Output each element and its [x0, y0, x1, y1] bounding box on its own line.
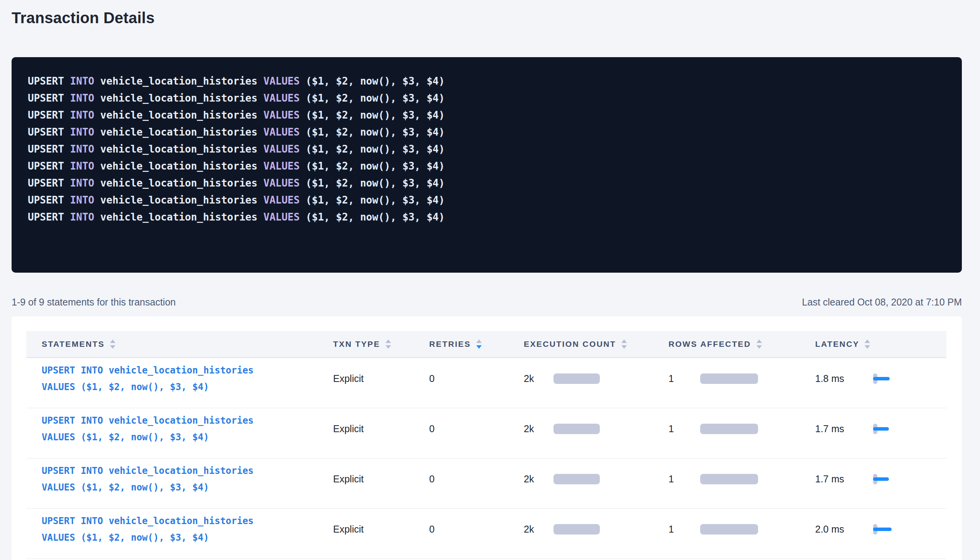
latency-value: 2.0 ms	[815, 524, 873, 535]
execution-count-bar	[553, 524, 600, 535]
latency-cell: 1.8 ms	[815, 358, 946, 400]
statements-table: StatementsTxn TypeRetriesExecution Count…	[26, 331, 946, 559]
txn-type-cell: Explicit	[333, 509, 429, 550]
rows-affected-cell: 1	[669, 509, 815, 550]
sql-text: vehicle_location_histories	[100, 194, 264, 206]
sql-keyword: VALUES	[264, 92, 306, 104]
statement-cell: UPSERT INTO vehicle_location_historiesVA…	[26, 408, 333, 450]
sql-keyword: INTO	[70, 194, 100, 206]
rows-affected-cell: 1	[669, 458, 815, 500]
execution-count-value: 2k	[524, 373, 553, 384]
sql-code: UPSERT INTO vehicle_location_histories V…	[28, 73, 946, 226]
execution-count-value: 2k	[524, 524, 553, 535]
statements-table-panel: StatementsTxn TypeRetriesExecution Count…	[12, 316, 962, 560]
sql-statement-line: UPSERT INTO vehicle_location_histories V…	[28, 107, 946, 124]
column-label: Retries	[429, 339, 471, 349]
column-header-rows-affected[interactable]: Rows Affected	[669, 331, 815, 357]
sort-arrows-icon	[476, 339, 482, 349]
sql-keyword: INTO	[70, 92, 100, 104]
sql-text: ($1, $2, now(), $3, $4)	[306, 194, 445, 206]
sql-statement-line: UPSERT INTO vehicle_location_histories V…	[28, 209, 946, 226]
sql-statement-line: UPSERT INTO vehicle_location_histories V…	[28, 73, 946, 90]
execution-count-bar	[553, 373, 600, 384]
statement-link[interactable]: UPSERT INTO vehicle_location_historiesVA…	[42, 362, 254, 395]
sql-text: vehicle_location_histories	[100, 211, 264, 223]
statement-line-2: VALUES ($1, $2, now(), $3, $4)	[42, 379, 254, 395]
latency-value: 1.7 ms	[815, 473, 873, 485]
latency-bar	[873, 377, 890, 380]
statement-cell: UPSERT INTO vehicle_location_historiesVA…	[26, 358, 333, 400]
txn-type-cell: Explicit	[333, 408, 429, 450]
sql-text: vehicle_location_histories	[100, 92, 264, 104]
sql-keyword: VALUES	[264, 126, 306, 138]
sql-keyword: INTO	[70, 177, 100, 189]
execution-count-cell: 2k	[524, 509, 669, 550]
sql-keyword: VALUES	[264, 143, 306, 155]
statement-link[interactable]: UPSERT INTO vehicle_location_historiesVA…	[42, 513, 254, 546]
sort-desc-icon	[621, 345, 627, 349]
rows-affected-value: 1	[669, 473, 700, 485]
column-header-retries[interactable]: Retries	[429, 331, 524, 357]
sort-desc-icon	[386, 345, 391, 349]
latency-bar-chart	[873, 373, 900, 384]
sql-text: vehicle_location_histories	[100, 75, 264, 87]
statement-line-1: UPSERT INTO vehicle_location_histories	[42, 513, 254, 529]
sql-keyword: INTO	[70, 211, 100, 223]
rows-affected-bar	[700, 373, 758, 384]
sql-text: vehicle_location_histories	[100, 109, 264, 121]
sql-statement-line: UPSERT INTO vehicle_location_histories V…	[28, 192, 946, 209]
sql-keyword: INTO	[70, 75, 100, 87]
execution-count-cell: 2k	[524, 458, 669, 500]
execution-count-bar	[553, 424, 600, 434]
latency-cell: 2.0 ms	[815, 509, 946, 550]
sql-text: ($1, $2, now(), $3, $4)	[306, 92, 445, 104]
rows-affected-bar	[700, 524, 758, 535]
sql-keyword: INTO	[70, 126, 100, 138]
retries-cell: 0	[429, 408, 524, 450]
sort-asc-icon	[110, 339, 115, 343]
execution-count-value: 2k	[524, 423, 553, 434]
execution-count-bar	[553, 474, 600, 484]
sort-asc-icon	[865, 339, 870, 343]
sql-text: vehicle_location_histories	[100, 126, 264, 138]
statement-link[interactable]: UPSERT INTO vehicle_location_historiesVA…	[42, 463, 254, 496]
sql-text: UPSERT	[28, 177, 70, 189]
sql-text: vehicle_location_histories	[100, 143, 264, 155]
rows-affected-cell: 1	[669, 358, 815, 400]
sql-text: ($1, $2, now(), $3, $4)	[306, 211, 445, 223]
latency-bar	[873, 427, 889, 431]
table-header-row: StatementsTxn TypeRetriesExecution Count…	[26, 331, 946, 358]
rows-affected-value: 1	[669, 423, 700, 434]
sql-keyword: INTO	[70, 109, 100, 121]
latency-bar-chart	[873, 424, 900, 434]
last-cleared-text: Last cleared Oct 08, 2020 at 7:10 PM	[802, 297, 962, 308]
statements-count-text: 1-9 of 9 statements for this transaction	[12, 297, 176, 308]
sort-desc-icon	[110, 345, 115, 349]
sql-text: ($1, $2, now(), $3, $4)	[306, 109, 445, 121]
column-header-statements[interactable]: Statements	[26, 331, 333, 357]
latency-bar-chart	[873, 524, 900, 535]
sql-text: UPSERT	[28, 75, 70, 87]
column-label: Rows Affected	[669, 339, 751, 349]
sort-arrows-icon	[757, 339, 762, 349]
column-header-latency[interactable]: Latency	[815, 331, 946, 357]
sort-desc-icon	[757, 345, 762, 349]
column-header-txn-type[interactable]: Txn Type	[333, 331, 429, 357]
sql-keyword: VALUES	[264, 109, 306, 121]
sql-text: ($1, $2, now(), $3, $4)	[306, 160, 445, 172]
latency-cell: 1.7 ms	[815, 408, 946, 450]
sql-text: UPSERT	[28, 143, 70, 155]
statement-line-1: UPSERT INTO vehicle_location_histories	[42, 412, 254, 429]
sql-keyword: INTO	[70, 160, 100, 172]
sql-keyword: INTO	[70, 143, 100, 155]
statement-line-1: UPSERT INTO vehicle_location_histories	[42, 362, 254, 379]
sql-text: ($1, $2, now(), $3, $4)	[306, 126, 445, 138]
statement-link[interactable]: UPSERT INTO vehicle_location_historiesVA…	[42, 412, 254, 446]
sql-keyword: VALUES	[264, 160, 306, 172]
txn-type-cell: Explicit	[333, 458, 429, 500]
statement-line-2: VALUES ($1, $2, now(), $3, $4)	[42, 479, 254, 496]
sort-arrows-icon	[110, 339, 115, 349]
sql-keyword: VALUES	[264, 211, 306, 223]
column-header-execution-count[interactable]: Execution Count	[524, 331, 669, 357]
retries-cell: 0	[429, 458, 524, 500]
